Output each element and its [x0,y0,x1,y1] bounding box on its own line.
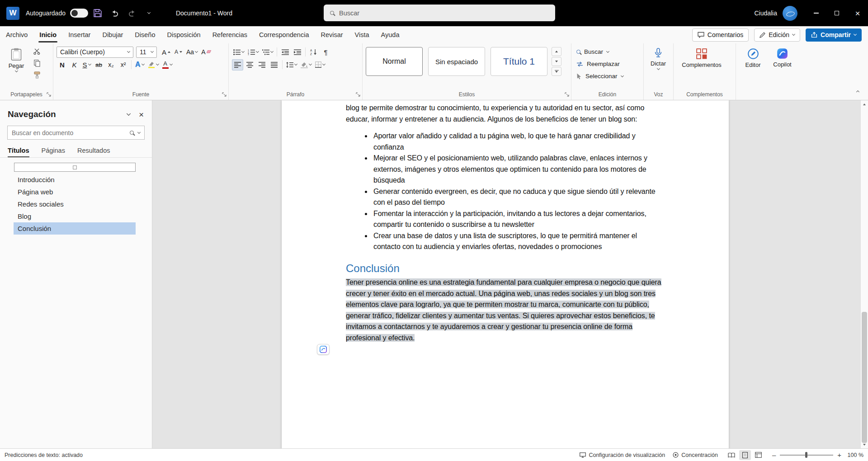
close-button[interactable]: × [847,0,868,26]
paste-button[interactable]: Pegar [3,46,29,80]
bold-button[interactable]: N [57,59,68,71]
navigation-close-icon[interactable]: × [139,110,144,119]
grow-font-button[interactable]: A [160,47,172,58]
nav-heading-empty[interactable] [14,163,136,172]
undo-icon[interactable] [107,5,123,21]
nav-search-icon[interactable] [130,131,134,135]
tab-dibujar[interactable]: Dibujar [96,26,129,43]
find-button[interactable]: Buscar [575,46,640,58]
maximize-button[interactable] [826,0,847,26]
bullet-item[interactable]: Crear una base de datos y una lista de s… [372,230,664,253]
text-predictions-status[interactable]: Predicciones de texto: activado [5,452,83,458]
decrease-indent-button[interactable] [279,47,291,58]
tab-diseno[interactable]: Diseño [129,26,161,43]
tab-correspondencia[interactable]: Correspondencia [253,26,315,43]
zoom-out-button[interactable]: – [772,451,776,459]
document-page[interactable]: blog te permite demostrar tu conocimient… [282,100,729,448]
nav-heading-blog[interactable]: Blog [14,210,136,222]
shading-button[interactable] [299,59,313,71]
bullets-button[interactable] [232,47,245,58]
nav-heading-pagina-web[interactable]: Página web [14,186,136,198]
font-size-combobox[interactable]: 11 [136,47,157,58]
styles-more-button[interactable] [552,67,561,76]
redo-icon[interactable] [124,5,140,21]
bullet-item[interactable]: Aportar valor añadido y calidad a tu pág… [372,131,664,153]
show-marks-button[interactable]: ¶ [320,47,331,58]
zoom-slider-knob[interactable] [805,452,807,458]
copilot-button[interactable]: Copilot [769,46,796,68]
subscript-button[interactable]: x₂ [105,59,117,71]
tab-inicio[interactable]: Inicio [33,26,62,43]
font-name-combobox[interactable]: Calibri (Cuerpo) [57,47,133,58]
styles-dialog-launcher[interactable] [564,92,570,97]
nav-tab-titulos[interactable]: Títulos [8,147,29,157]
change-case-button[interactable]: Aa [185,47,199,58]
shrink-font-button[interactable]: A [173,47,184,58]
numbering-button[interactable]: 123 [246,47,260,58]
scrollbar-up-button[interactable] [861,100,868,108]
multilevel-list-button[interactable] [261,47,274,58]
scrollbar-down-button[interactable] [861,441,868,448]
format-painter-button[interactable] [31,69,42,80]
save-icon[interactable] [90,5,105,21]
clipboard-dialog-launcher[interactable] [46,92,52,97]
borders-button[interactable] [314,59,326,71]
nav-heading-conclusion[interactable]: Conclusión [14,222,136,235]
nav-tab-paginas[interactable]: Páginas [42,147,65,157]
nav-search-input[interactable] [12,129,126,136]
justify-button[interactable] [269,59,280,71]
tab-ayuda[interactable]: Ayuda [375,26,406,43]
comments-button[interactable]: Comentarios [692,28,749,42]
selected-text[interactable]: Tener presencia online es una estrategia… [346,278,661,342]
superscript-button[interactable]: x² [118,59,129,71]
navigation-options-chevron-icon[interactable] [127,112,131,116]
nav-heading-introduccion[interactable]: Introducción [14,174,136,186]
align-center-button[interactable] [244,59,255,71]
nav-heading-redes-sociales[interactable]: Redes sociales [14,198,136,210]
highlight-color-button[interactable] [146,59,160,71]
clear-formatting-button[interactable]: A [200,47,212,58]
nav-tab-resultados[interactable]: Resultados [77,147,110,157]
style-card-normal[interactable]: Normal [366,47,423,76]
editor-button[interactable]: Editor [739,46,767,68]
paragraph-dialog-launcher[interactable] [355,92,361,97]
print-layout-button[interactable] [739,450,751,460]
underline-button[interactable]: S [81,59,92,71]
font-dialog-launcher[interactable] [222,92,227,97]
align-left-button[interactable] [232,59,243,71]
copy-button[interactable] [31,57,42,69]
web-layout-button[interactable] [753,450,764,460]
read-mode-button[interactable] [726,450,737,460]
titlebar-search[interactable] [324,5,555,21]
styles-scroll-down-button[interactable] [552,57,561,66]
editing-mode-button[interactable]: Edición [754,28,800,42]
sort-button[interactable]: AZ [308,47,319,58]
avatar[interactable] [783,6,797,21]
conclusion-paragraph[interactable]: Tener presencia online es una estrategia… [346,277,664,343]
tab-vista[interactable]: Vista [349,26,375,43]
word-logo-icon[interactable]: W [6,7,19,20]
style-card-titulo-1[interactable]: Título 1 [491,47,547,76]
zoom-level[interactable]: 100 % [845,452,863,458]
autosave-toggle[interactable] [70,9,88,18]
document-heading[interactable]: Conclusión [346,263,664,274]
style-card-sin-espaciado[interactable]: Sin espaciado [428,47,485,76]
addins-button[interactable]: Complementos [677,46,726,68]
bullet-item[interactable]: Mejorar el SEO y el posicionamiento web,… [372,153,664,186]
minimize-button[interactable] [806,0,826,26]
bullet-item[interactable]: Generar contenido evergreen, es decir, q… [372,186,664,208]
tab-insertar[interactable]: Insertar [62,26,96,43]
scrollbar-thumb[interactable] [862,312,867,443]
font-color-button[interactable]: A [161,59,174,71]
line-spacing-button[interactable] [285,59,298,71]
intro-paragraph[interactable]: blog te permite demostrar tu conocimient… [346,103,664,125]
nav-search-dropdown-icon[interactable] [137,130,141,133]
dictate-button[interactable]: Dictar [647,46,670,70]
text-effects-button[interactable]: A [134,59,146,71]
tab-archivo[interactable]: Archivo [0,26,33,43]
zoom-slider[interactable] [780,455,833,456]
tab-referencias[interactable]: Referencias [207,26,253,43]
display-settings-button[interactable]: Configuración de visualización [580,452,665,458]
align-right-button[interactable] [256,59,268,71]
italic-button[interactable]: K [69,59,80,71]
